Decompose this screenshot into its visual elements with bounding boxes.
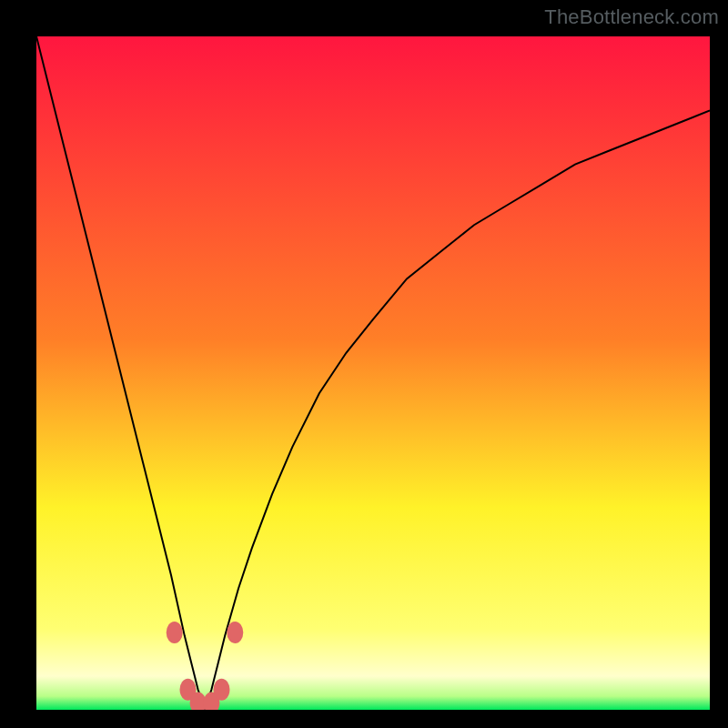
plot-area <box>36 36 710 710</box>
watermark-text: TheBottleneck.com <box>544 5 719 29</box>
bottleneck-chart <box>36 36 710 710</box>
marker-dot <box>167 622 183 643</box>
marker-dot <box>227 622 243 643</box>
marker-dot <box>214 679 230 701</box>
chart-frame: TheBottleneck.com <box>0 0 728 728</box>
gradient-background <box>36 36 710 710</box>
